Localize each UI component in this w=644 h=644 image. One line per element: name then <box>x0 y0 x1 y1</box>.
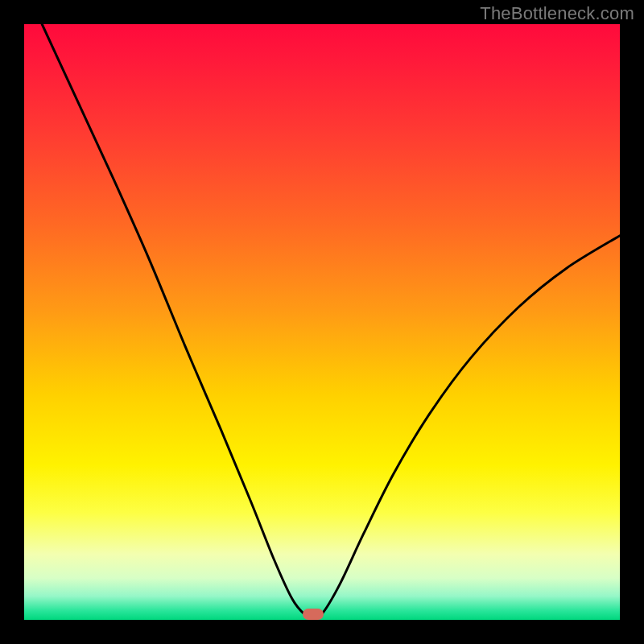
current-point-marker <box>303 609 324 620</box>
watermark-text: TheBottleneck.com <box>480 3 634 24</box>
chart-frame: TheBottleneck.com <box>0 0 644 644</box>
plot-area <box>24 24 620 620</box>
bottleneck-curve <box>24 24 620 620</box>
